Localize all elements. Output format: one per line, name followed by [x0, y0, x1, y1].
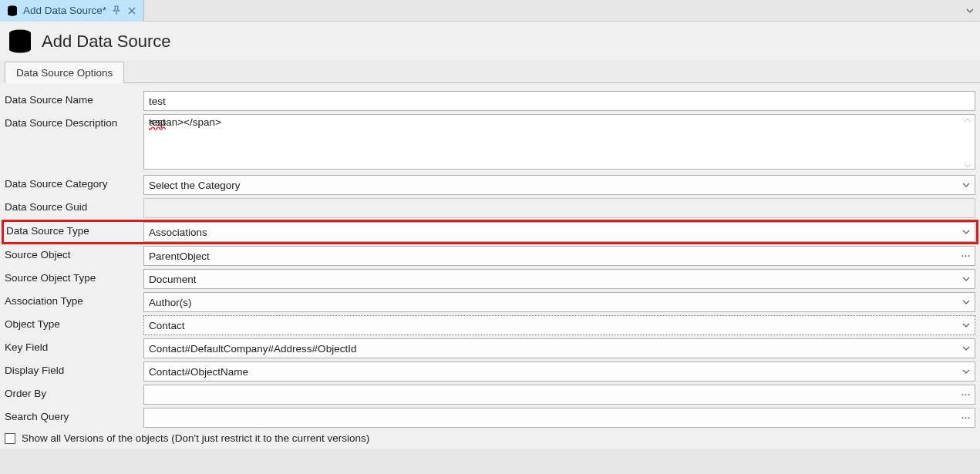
association-type-dropdown[interactable]: Author(s) — [143, 292, 975, 312]
ellipsis-icon: ··· — [961, 412, 972, 423]
label-data-source-name: Data Source Name — [5, 91, 136, 111]
chevron-down-icon — [961, 180, 972, 190]
dropdown-value: Select the Category — [149, 180, 241, 191]
label-key-field: Key Field — [5, 338, 136, 358]
search-query-picker[interactable]: ··· — [143, 408, 975, 428]
chevron-down-icon — [961, 297, 972, 308]
data-source-name-input[interactable] — [143, 91, 975, 111]
data-source-guid-readonly — [143, 198, 975, 218]
dropdown-value: Contact#DefaultCompany#Address#ObjectId — [149, 343, 356, 355]
show-all-versions-checkbox[interactable]: Show all Versions of the objects (Don't … — [5, 432, 975, 444]
dropdown-value: Contact — [149, 320, 185, 331]
chevron-down-icon — [961, 274, 972, 284]
picker-value: ParentObject — [149, 250, 210, 262]
data-source-category-dropdown[interactable]: Select the Category — [143, 175, 975, 195]
dropdown-value: Author(s) — [149, 297, 192, 308]
order-by-picker[interactable]: ··· — [143, 385, 975, 405]
label-source-object-type: Source Object Type — [5, 269, 136, 289]
dropdown-value: Contact#ObjectName — [149, 366, 248, 378]
chevron-down-icon — [961, 366, 972, 377]
database-icon — [6, 29, 34, 54]
data-source-description-textarea[interactable]: <span></span> — [143, 114, 975, 170]
source-object-picker[interactable]: ParentObject ··· — [143, 246, 975, 266]
label-data-source-description: Data Source Description — [5, 114, 136, 129]
tab-label: Data Source Options — [16, 67, 113, 79]
checkbox-label: Show all Versions of the objects (Don't … — [22, 432, 369, 444]
display-field-dropdown[interactable]: Contact#ObjectName — [143, 361, 975, 382]
label-order-by: Order By — [5, 385, 136, 405]
chevron-down-icon — [961, 320, 972, 331]
pin-icon[interactable] — [111, 5, 122, 16]
window-tabstrip: Add Data Source* — [0, 0, 980, 22]
form: Data Source Name Data Source Description… — [0, 83, 980, 449]
checkbox-icon — [5, 433, 15, 444]
chevron-down-icon — [961, 227, 972, 237]
key-field-dropdown[interactable]: Contact#DefaultCompany#Address#ObjectId — [143, 338, 975, 358]
page-header: Add Data Source — [0, 22, 980, 60]
page-title: Add Data Source — [42, 32, 171, 52]
close-icon[interactable] — [126, 5, 137, 16]
label-source-object: Source Object — [5, 246, 136, 266]
label-data-source-type: Data Source Type — [5, 222, 136, 242]
ellipsis-icon: ··· — [961, 250, 972, 261]
database-icon — [6, 5, 19, 16]
highlighted-row-data-source-type: Data Source Type Associations — [3, 221, 977, 243]
source-object-type-dropdown[interactable]: Document — [143, 269, 975, 289]
tab-data-source-options[interactable]: Data Source Options — [5, 62, 124, 83]
dropdown-value: Document — [149, 274, 197, 285]
document-tab[interactable]: Add Data Source* — [0, 0, 144, 22]
label-association-type: Association Type — [5, 292, 136, 312]
label-display-field: Display Field — [5, 361, 136, 382]
label-search-query: Search Query — [5, 408, 136, 428]
tabstrip-overflow-caret-icon[interactable] — [965, 5, 975, 16]
ellipsis-icon: ··· — [961, 389, 972, 400]
label-data-source-category: Data Source Category — [5, 175, 136, 195]
label-data-source-guid: Data Source Guid — [5, 198, 136, 218]
inner-tabstrip: Data Source Options — [0, 60, 980, 83]
chevron-down-icon — [961, 343, 972, 354]
label-object-type: Object Type — [5, 315, 136, 335]
data-source-type-dropdown[interactable]: Associations — [143, 222, 975, 242]
object-type-dropdown[interactable]: Contact — [143, 315, 975, 335]
dropdown-value: Associations — [149, 227, 207, 238]
document-tab-title: Add Data Source* — [23, 5, 106, 16]
